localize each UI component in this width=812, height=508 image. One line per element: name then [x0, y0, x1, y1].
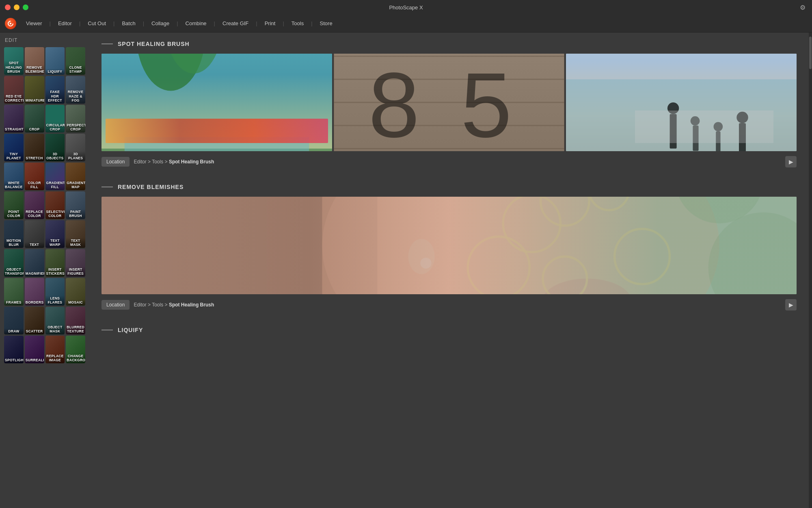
svg-point-47 [708, 212, 797, 294]
menu-cut-out[interactable]: Cut Out [83, 18, 111, 28]
tool-item-color-fill[interactable]: COLOR FILL [25, 163, 44, 190]
tool-item-remove-haze[interactable]: REMOVE HAZE & FOG [66, 76, 85, 104]
section-title-remove-blemishes: REMOVE BLEMISHES [118, 184, 184, 190]
tool-item-gradient-map[interactable]: GRADIENT MAP [66, 163, 85, 190]
tool-item-straighten[interactable]: STRAIGHTEN [4, 105, 24, 132]
svg-text:5: 5 [460, 54, 535, 151]
close-button[interactable] [5, 4, 11, 10]
gallery-image-beach [566, 54, 797, 151]
tool-item-3d-planes[interactable]: 3D PLANES [66, 134, 85, 161]
tool-item-clone-stamp[interactable]: CLONE STAMP [66, 47, 85, 75]
svg-rect-1 [102, 54, 332, 151]
location-button-2[interactable]: Location [102, 300, 130, 310]
minimize-button[interactable] [14, 4, 19, 10]
tool-item-3d-objects[interactable]: 3D OBJECTS [45, 134, 65, 161]
tool-item-replace-color[interactable]: REPLACE COLOR [25, 191, 44, 219]
menu-collage[interactable]: Collage [147, 18, 174, 28]
tool-item-white-balance[interactable]: WHITE BALANCE [4, 163, 24, 190]
tool-item-text-warp[interactable]: TEXT WARP [45, 220, 65, 248]
tool-item-mosaic[interactable]: MOSAIC [66, 278, 85, 306]
svg-point-46 [675, 197, 763, 224]
svg-point-43 [543, 256, 587, 294]
svg-rect-26 [693, 126, 698, 151]
tool-item-insert-stickers[interactable]: INSERT STICKERS [45, 249, 65, 277]
svg-point-29 [714, 122, 723, 131]
tool-item-perspective-crop[interactable]: PERSPECTIVE CROP [66, 105, 85, 132]
svg-point-38 [543, 279, 631, 294]
menu-combine[interactable]: Combine [181, 18, 212, 28]
tool-item-miniature[interactable]: MINIATURE [25, 76, 44, 104]
tool-item-borders[interactable]: BORDERS [25, 278, 44, 306]
section-title-spot-healing: SPOT HEALING BRUSH [118, 41, 190, 47]
svg-point-37 [420, 258, 431, 269]
location-bar-spot-healing: Location Editor > Tools > Spot Healing B… [102, 156, 797, 167]
tool-item-scatter[interactable]: SCATTER [25, 307, 44, 334]
tool-item-selective-color[interactable]: SELECTIVE COLOR [45, 191, 65, 219]
gallery-image-pool: CAP TOUR [102, 54, 332, 151]
menu-batch[interactable]: Batch [117, 18, 140, 28]
tool-item-replace-image[interactable]: REPLACE IMAGE [45, 336, 65, 363]
svg-rect-23 [566, 79, 797, 151]
tool-item-spot-healing[interactable]: SPOT HEALING BRUSH [4, 47, 24, 75]
tool-item-circular-crop[interactable]: CIRCULAR CROP [45, 105, 65, 132]
menu-tools[interactable]: Tools [287, 18, 309, 28]
tool-item-change-bg[interactable]: CHANGE BACKGROUND [66, 336, 85, 363]
svg-point-40 [589, 197, 629, 210]
tool-item-tiny-planet[interactable]: TINY PLANET [4, 134, 24, 161]
svg-point-41 [503, 197, 560, 252]
window-controls [5, 4, 28, 10]
location-button-1[interactable]: Location [102, 157, 130, 167]
menubar: Viewer | Editor | Cut Out | Batch | Coll… [0, 15, 812, 33]
play-button-1[interactable]: ▶ [785, 156, 797, 167]
section-line-2 [102, 187, 113, 187]
maximize-button[interactable] [23, 4, 28, 10]
menu-print[interactable]: Print [260, 18, 281, 28]
tool-item-frames[interactable]: FRAMES [4, 278, 24, 306]
tool-item-text-mask[interactable]: TEXT MASK [66, 220, 85, 248]
tool-item-insert-figures[interactable]: INSERT FIGURES [66, 249, 85, 277]
menu-create-gif[interactable]: Create GIF [218, 18, 253, 28]
tool-item-draw[interactable]: DRAW [4, 307, 24, 334]
tool-item-stretch[interactable]: STRETCH [25, 134, 44, 161]
menu-editor[interactable]: Editor [53, 18, 77, 28]
menu-viewer[interactable]: Viewer [21, 18, 47, 28]
tool-item-liquify[interactable]: LIQUIFY [45, 47, 65, 75]
tool-item-spotlight[interactable]: SPOTLIGHT [4, 336, 24, 363]
tool-item-gradient-fill[interactable]: GRADIENT FILL [45, 163, 65, 190]
app-logo[interactable] [5, 18, 16, 29]
svg-point-42 [468, 237, 529, 294]
tool-item-surrealistic[interactable]: SURREALISTIC [25, 336, 44, 363]
play-button-2[interactable]: ▶ [785, 299, 797, 310]
section-line [102, 43, 113, 44]
svg-point-31 [736, 112, 748, 123]
svg-rect-24 [670, 114, 677, 148]
blemishes-image [102, 197, 797, 294]
content-area: SPOT HEALING BRUSH [89, 33, 809, 508]
tool-item-blurred-texture[interactable]: BLURRED TEXTURE [66, 307, 85, 334]
tool-item-motion-blur[interactable]: MOTION BLUR [4, 220, 24, 248]
settings-icon[interactable]: ⚙ [800, 4, 806, 11]
tool-item-paint-brush[interactable]: PAINT BRUSH [66, 191, 85, 219]
scrollbar[interactable] [809, 33, 812, 508]
svg-rect-5 [125, 137, 309, 151]
tool-item-text[interactable]: TEXT [25, 220, 44, 248]
tool-item-red-eye[interactable]: RED EYE CORRECTION [4, 76, 24, 104]
svg-point-35 [322, 197, 719, 294]
svg-point-0 [10, 23, 11, 24]
section-header-remove-blemishes: REMOVE BLEMISHES [102, 184, 797, 190]
tool-item-magnifier[interactable]: MAGNIFIER [25, 249, 44, 277]
tool-item-lens-flares[interactable]: LENS FLARES [45, 278, 65, 306]
svg-rect-30 [739, 123, 746, 151]
section-title-liquify: LIQUIFY [118, 327, 143, 333]
tool-item-crop[interactable]: CROP [25, 105, 44, 132]
tool-item-point-color[interactable]: POINT COLOR [4, 191, 24, 219]
tool-item-remove-blemishes[interactable]: REMOVE BLEMISHES [25, 47, 44, 75]
tool-item-fake-hdr[interactable]: FAKE HDR EFFECT [45, 76, 65, 104]
section-liquify: LIQUIFY [102, 327, 797, 333]
tool-item-object-mask[interactable]: OBJECT MASK [45, 307, 65, 334]
menu-store[interactable]: Store [315, 18, 337, 28]
tool-item-object-transform[interactable]: OBJECT TRANSFORM [4, 249, 24, 277]
scrollbar-thumb[interactable] [809, 37, 812, 69]
location-path-2: Editor > Tools > Spot Healing Brush [134, 302, 214, 308]
section-spot-healing: SPOT HEALING BRUSH [102, 41, 797, 167]
